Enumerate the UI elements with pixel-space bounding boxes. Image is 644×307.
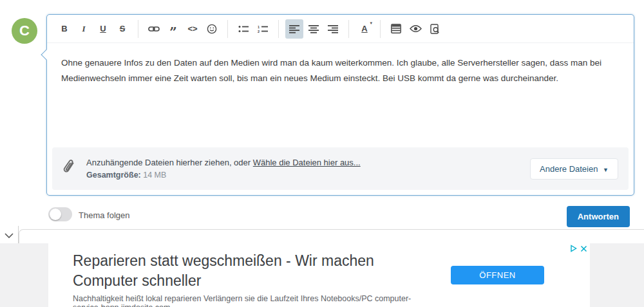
align-center-icon [308,24,319,33]
emoji-button[interactable] [203,19,221,39]
ad-close-icon[interactable] [580,245,587,252]
paperclip-icon [62,159,76,178]
advertisement: Reparieren statt wegschmeißen - Wir mach… [48,243,590,307]
align-center-button[interactable] [305,19,323,39]
bold-button[interactable]: B [55,19,73,39]
editor-toolbar: B I U S ” <> [47,15,634,43]
adchoices-icon[interactable] [570,245,578,252]
page-preview-icon [430,24,440,34]
table-icon [391,24,401,33]
text-color-button[interactable]: A ▾ [355,19,374,39]
align-right-button[interactable] [324,19,342,39]
link-button[interactable] [145,19,163,39]
text-color-icon: A [361,24,367,33]
page-preview-button[interactable] [426,19,444,39]
link-icon [148,25,160,33]
collapsed-footer-bar [19,229,644,243]
svg-text:2: 2 [258,29,260,33]
toggle-knob [50,209,61,220]
chevron-down-icon [5,229,14,241]
toolbar-separator [380,20,381,38]
chevron-down-icon: ▼ [603,167,609,173]
total-size-value: 14 MB [141,171,167,180]
toolbar-separator [138,20,138,38]
toolbar-separator [348,20,349,38]
emoji-icon [207,24,217,34]
toolbar-separator [227,20,228,38]
editor-content[interactable]: Ohne genauere Infos zu den Daten auf den… [47,43,634,98]
quote-button[interactable]: ” [164,19,182,39]
align-left-button[interactable] [285,19,303,39]
reply-button[interactable]: Antworten [567,206,630,227]
table-button[interactable] [387,19,405,39]
strikethrough-button[interactable]: S [113,19,131,39]
total-size-label: Gesamtgröße: [86,171,141,180]
other-files-button[interactable]: Andere Dateien ▼ [530,158,618,180]
collapse-tab[interactable] [0,226,19,243]
ordered-list-icon: 12 [258,24,268,33]
ad-open-button[interactable]: ÖFFNEN [451,266,544,284]
reply-editor: B I U S ” <> [46,14,634,196]
align-right-icon [328,24,338,33]
attachment-drag-text: Anzuhängende Dateien hierher ziehen, ode… [86,158,253,167]
ad-headline-link[interactable]: Reparieren statt wegschmeißen - Wir mach… [73,251,408,291]
underline-button[interactable]: U [94,19,112,39]
other-files-label: Andere Dateien [540,164,598,174]
follow-topic-toggle[interactable] [48,207,72,221]
eye-icon [410,24,422,33]
svg-text:1: 1 [258,24,260,28]
italic-button[interactable]: I [75,19,93,39]
unordered-list-button[interactable] [234,19,252,39]
code-button[interactable]: <> [184,19,202,39]
attachment-dropzone[interactable]: Anzuhängende Dateien hierher ziehen, ode… [52,147,629,190]
unordered-list-icon [238,24,249,33]
ordered-list-button[interactable]: 12 [254,19,272,39]
toolbar-separator [278,20,279,38]
align-left-icon [289,24,299,33]
forum-reply-section: C B I U S ” <> [0,0,644,307]
quote-icon: ” [169,29,177,35]
preview-eye-button[interactable] [406,19,424,39]
ad-description: Nachhaltigkeit heißt lokal reparieren Ve… [73,294,433,307]
chevron-down-icon: ▾ [370,21,372,26]
code-icon: <> [187,24,197,33]
attachment-text: Anzuhängende Dateien hierher ziehen, ode… [86,158,530,180]
choose-files-link[interactable]: Wähle die Dateien hier aus... [253,158,361,167]
follow-topic-label: Thema folgen [79,210,130,220]
ad-badges [570,245,587,252]
avatar[interactable]: C [12,18,37,44]
